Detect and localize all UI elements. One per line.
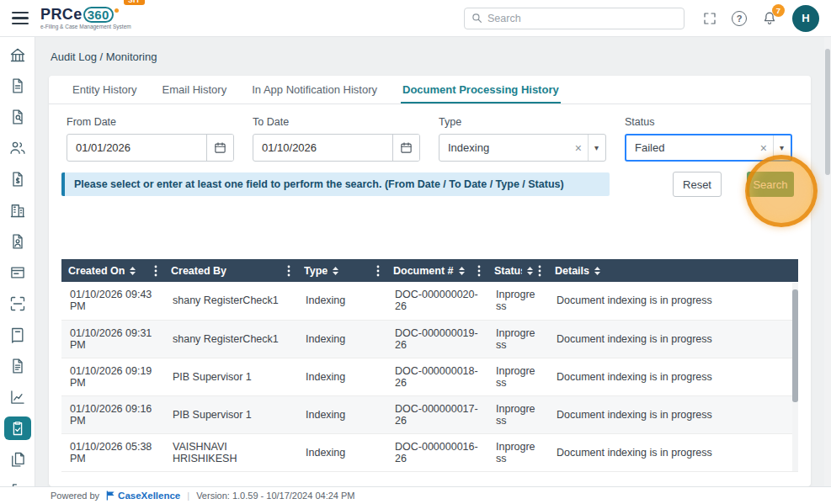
table-row[interactable]: 01/10/2026 09:31 PMshany RegisterCheck1I… [61,320,798,358]
table-scrollbar-thumb[interactable] [792,289,798,402]
table-row[interactable]: 01/10/2026 05:38 PMVAISHNAVI HRISHIKESHI… [61,433,798,471]
to-date-input[interactable] [253,141,392,154]
table-cell: 01/10/2026 09:16 PM [61,395,164,433]
column-header-document-[interactable]: Document # [386,259,487,282]
sidebar-item[interactable] [4,74,31,98]
type-label: Type [439,116,606,128]
file-lines-icon [9,358,26,374]
users-icon [9,140,26,157]
header-actions: ? 7 H [703,5,819,32]
column-header-type[interactable]: Type [297,259,386,282]
calendar-icon[interactable] [206,135,233,161]
column-header-status[interactable]: Status [487,259,548,282]
sidebar-item[interactable] [4,136,31,160]
sidebar-item[interactable] [4,199,31,222]
column-menu-icon[interactable] [538,265,541,277]
sidebar-item[interactable] [4,354,31,378]
tab-document-processing-history[interactable]: Document Processing History [401,77,561,103]
powered-by-label: Powered by [51,491,99,501]
table-row[interactable]: 01/10/2026 09:43 PMshany RegisterCheck1I… [61,282,798,320]
page-scrollbar-thumb[interactable] [825,49,830,175]
sidebar-item[interactable] [4,385,31,409]
column-label: Type [304,265,328,277]
sort-icon[interactable] [594,266,601,276]
column-header-created-on[interactable]: Created On [61,259,164,282]
table-scrollbar[interactable] [792,283,798,471]
type-select[interactable]: Indexing × ▾ [439,134,606,162]
table-row[interactable]: 01/10/2026 09:16 PMPIB Supervisor 1Index… [61,395,798,433]
clear-icon[interactable]: × [760,142,767,154]
table-cell: Indexing [297,358,386,395]
user-avatar[interactable]: H [792,5,819,32]
type-filter: Type Indexing × ▾ [439,116,606,162]
status-select-value: Failed [635,141,754,154]
sidebar-item[interactable] [4,43,31,66]
env-badge: SIT [124,0,145,5]
table-cell: shany RegisterCheck1 [164,320,297,358]
casexellence-logo[interactable]: CaseXellence [106,491,180,501]
column-menu-icon[interactable] [477,265,481,277]
calendar-icon[interactable] [392,135,419,161]
tab-entity-history[interactable]: Entity History [71,77,139,103]
version-label: Version: 1.0.59 - 10/17/2024 04:24 PM [196,491,354,501]
scan-icon [9,295,26,312]
chart-icon [9,389,26,406]
sidebar-item[interactable] [4,323,31,347]
table-cell: Indexing [297,433,386,471]
sidebar-item[interactable] [4,292,31,316]
search-button[interactable]: Search [747,172,794,197]
table-cell: 01/10/2026 05:38 PM [61,433,164,471]
table-cell: Inprogress [487,433,548,471]
breadcrumb-bar: Audit Log / Monitoring [35,37,824,76]
sort-icon[interactable] [458,266,466,276]
app-logo[interactable]: SIT PRCe360 e-Filing & Case Management S… [40,7,131,30]
type-select-value: Indexing [448,141,569,154]
tab-in-app-notification-history[interactable]: In App Notification History [250,77,379,103]
column-header-details[interactable]: Details [548,259,798,282]
table-cell: Inprogress [487,358,548,395]
from-date-input[interactable] [67,141,206,154]
sort-icon[interactable] [129,266,136,276]
sidebar-item[interactable] [4,167,31,191]
table-row[interactable]: 01/10/2026 09:19 PMPIB Supervisor 1Index… [61,358,798,395]
sidebar-item[interactable] [4,230,31,253]
search-button-wrap: Search [747,172,794,197]
status-select[interactable]: Failed × ▾ [625,134,792,162]
fullscreen-button[interactable] [703,12,716,25]
search-input[interactable] [487,13,677,24]
footer-separator: | [187,491,189,501]
page-scrollbar[interactable] [824,37,831,486]
sort-icon[interactable] [332,266,339,276]
actions-row: Please select or enter at least one fiel… [49,162,811,197]
status-label: Status [625,116,792,128]
chevron-down-icon[interactable]: ▾ [773,135,784,160]
table-cell: Indexing [297,282,386,320]
sidebar-item[interactable] [4,261,31,284]
sidebar-item[interactable] [4,105,31,129]
flag-icon [106,491,115,501]
hamburger-menu-button[interactable] [12,12,29,24]
sidebar-item[interactable] [4,479,31,486]
tab-email-history[interactable]: Email History [161,77,229,103]
table-cell: DOC-000000017-26 [386,395,487,433]
global-search[interactable] [464,8,685,29]
column-label: Status [494,265,522,277]
column-menu-icon[interactable] [287,265,290,277]
sort-icon[interactable] [526,266,534,276]
status-filter: Status Failed × ▾ [625,116,792,162]
help-button[interactable]: ? [732,11,747,26]
footer: Powered by CaseXellence | Version: 1.0.5… [0,486,831,504]
sidebar-item[interactable] [4,416,31,440]
notifications-button[interactable]: 7 [762,11,777,26]
sidebar-item[interactable] [4,448,31,471]
to-date-field[interactable] [253,134,420,162]
column-header-created-by[interactable]: Created By [164,259,297,282]
file-user-icon [9,233,26,250]
from-date-field[interactable] [67,134,234,162]
clear-icon[interactable]: × [575,142,582,154]
results-table: Created OnCreated ByTypeDocument #Status… [61,259,798,472]
chevron-down-icon[interactable]: ▾ [588,135,599,161]
column-menu-icon[interactable] [154,265,157,277]
reset-button[interactable]: Reset [673,172,722,197]
column-menu-icon[interactable] [376,265,380,277]
